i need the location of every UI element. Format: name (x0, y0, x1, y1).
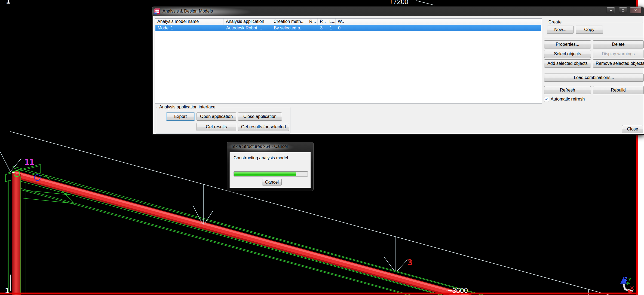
column-header[interactable]: Analysis model name (155, 19, 224, 25)
column-header[interactable]: Creation meth... (271, 19, 307, 25)
progress-message: Constructing analysis model (234, 156, 288, 160)
display-warnings-button[interactable]: Display warnings (593, 50, 644, 58)
dialog-titlebar[interactable]: Analysis & Design Models – ◻ ✕ (152, 7, 644, 16)
tekla-icon (154, 8, 160, 14)
dialog-client-area: Analysis model name Analysis application… (153, 16, 644, 134)
maximize-button[interactable]: ◻ (619, 7, 627, 13)
column-beam[interactable] (12, 174, 21, 295)
column-header[interactable]: P... (318, 19, 327, 25)
cell-application: Autodesk Robot ... (224, 25, 272, 31)
interface-group-label: Analysis application interface (158, 105, 216, 110)
progress-title: Tekla Structures x64 - Cancel (231, 144, 288, 149)
analysis-design-models-dialog: Analysis & Design Models – ◻ ✕ Analysis … (152, 7, 644, 135)
export-button[interactable]: Export (166, 112, 195, 121)
tekla-structures-screen: 1 +7200 11 3 +3600 1 Z Y An (0, 0, 644, 295)
refresh-button[interactable]: Refresh (544, 86, 591, 94)
cell-creation: By selected p... (272, 25, 307, 31)
create-group-label: Create (547, 20, 563, 25)
elevation-label-bottom: +3600 (448, 286, 468, 294)
grid-line-1 (10, 0, 10, 291)
get-results-button[interactable]: Get results (197, 123, 236, 131)
table-row-selected[interactable]: Model 1 Autodesk Robot ... By selected p… (155, 25, 541, 31)
remove-selected-objects-button[interactable]: Remove selected objects (593, 59, 644, 68)
cell-r (307, 25, 318, 31)
automatic-refresh-checkbox[interactable]: ✓ (544, 97, 549, 102)
progress-dialog: Tekla Structures x64 - Cancel Constructi… (227, 142, 314, 191)
progress-client-area: Constructing analysis model Cancel (229, 152, 311, 188)
cell-w: 0 (336, 25, 345, 31)
automatic-refresh-label: Automatic refresh (551, 97, 585, 102)
table-header-row: Analysis model name Analysis application… (155, 19, 542, 25)
analysis-models-table: Analysis model name Analysis application… (155, 18, 542, 104)
rebuild-button[interactable]: Rebuild (593, 86, 644, 94)
rafter-beam[interactable] (16, 173, 480, 295)
get-results-for-selected-button[interactable]: Get results for selected (238, 123, 289, 131)
grid-label-bottom: 1 (5, 286, 10, 295)
minimize-button[interactable]: – (607, 7, 615, 13)
cell-p: 3 (318, 25, 327, 31)
properties-button[interactable]: Properties... (544, 40, 591, 48)
elevation-label-top: +7200 (389, 0, 408, 5)
close-window-button[interactable]: ✕ (630, 7, 641, 13)
column-header[interactable]: L... (327, 19, 336, 25)
dialog-title: Analysis & Design Models (162, 9, 213, 14)
column-header[interactable]: Analysis application (224, 19, 271, 25)
copy-button[interactable]: Copy (576, 26, 603, 34)
cell-model-name: Model 1 (155, 25, 224, 31)
cancel-button[interactable]: Cancel (262, 179, 282, 185)
node-label-3: 3 (407, 258, 412, 267)
progress-bar (234, 171, 308, 177)
node-label-11: 11 (24, 157, 34, 167)
progress-fill (234, 172, 296, 176)
ucs-axes-icon: Z Y (620, 276, 634, 294)
delete-button[interactable]: Delete (593, 40, 644, 48)
new-button[interactable]: New... (547, 26, 574, 34)
add-selected-objects-button[interactable]: Add selected objects (544, 59, 591, 68)
cell-l: 1 (327, 25, 336, 31)
load-combinations-button[interactable]: Load combinations... (544, 74, 644, 82)
column-header[interactable]: W.. (336, 19, 345, 25)
close-application-button[interactable]: Close application (238, 112, 282, 121)
progress-titlebar[interactable]: Tekla Structures x64 - Cancel (227, 142, 313, 152)
grid-label-top: 1 (6, 0, 10, 5)
axis-label-y: Y (628, 277, 631, 282)
column-header[interactable]: R... (307, 19, 318, 25)
roof-line-segment-top (416, 1, 434, 5)
axis-label-z: Z (624, 276, 627, 282)
open-application-button[interactable]: Open application (197, 112, 236, 121)
close-dialog-button[interactable]: Close (622, 125, 643, 133)
bottom-beam-strip (0, 293, 638, 294)
select-objects-button[interactable]: Select objects (544, 50, 591, 58)
